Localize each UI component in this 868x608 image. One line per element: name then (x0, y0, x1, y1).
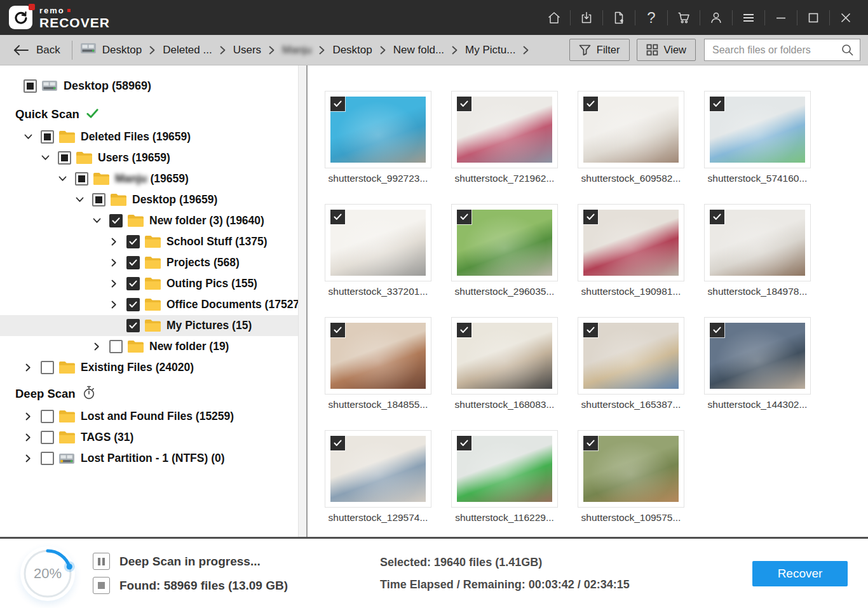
tree-checkbox[interactable] (126, 235, 140, 248)
breadcrumb-item-desktop[interactable]: Desktop (78, 41, 144, 59)
tree-checkbox[interactable] (41, 130, 54, 144)
expand-arrow-icon[interactable] (105, 238, 122, 246)
cart-icon[interactable] (668, 0, 700, 35)
pause-scan-button[interactable] (93, 553, 110, 570)
breadcrumb-item-users[interactable]: Users (231, 43, 264, 58)
expand-arrow-icon[interactable] (20, 363, 36, 372)
file-checkbox[interactable] (583, 323, 598, 337)
close-icon[interactable] (830, 0, 862, 35)
sidebar-scrollbar[interactable] (298, 65, 306, 537)
file-tile[interactable]: shutterstock_184978... (704, 204, 811, 297)
tree-checkbox[interactable] (109, 340, 123, 353)
help-icon[interactable]: ? (635, 0, 667, 35)
tree-checkbox[interactable] (24, 79, 37, 93)
file-tile[interactable]: shutterstock_574160... (704, 91, 811, 184)
expand-arrow-icon[interactable] (20, 454, 36, 463)
tree-checkbox[interactable] (126, 319, 140, 332)
tree-item-school-stuff[interactable]: School Stuff (1375) (0, 231, 306, 252)
account-icon[interactable] (700, 0, 732, 35)
tree-checkbox[interactable] (41, 361, 54, 374)
file-tile[interactable]: shutterstock_190981... (578, 204, 684, 297)
tree-checkbox[interactable] (58, 151, 71, 165)
recover-button[interactable]: Recover (752, 561, 848, 586)
tree-item-tags[interactable]: TAGS (31) (0, 427, 306, 448)
tree-checkbox[interactable] (126, 256, 140, 269)
file-checkbox[interactable] (710, 210, 724, 224)
collapse-arrow-icon[interactable] (88, 218, 105, 224)
file-checkbox[interactable] (457, 97, 471, 111)
tree-item-desktop[interactable]: Desktop (58969) (0, 73, 306, 98)
breadcrumb-item-deleted[interactable]: Deleted ... (160, 43, 215, 58)
collapse-arrow-icon[interactable] (37, 155, 53, 161)
file-tile[interactable]: shutterstock_337201... (325, 204, 431, 297)
expand-arrow-icon[interactable] (88, 342, 105, 351)
file-checkbox[interactable] (330, 97, 345, 111)
stop-scan-button[interactable] (93, 577, 110, 594)
search-input[interactable] (705, 44, 836, 57)
home-icon[interactable] (538, 0, 570, 35)
file-checkbox[interactable] (583, 436, 598, 450)
file-tile[interactable]: shutterstock_296035... (451, 204, 558, 297)
expand-arrow-icon[interactable] (20, 433, 36, 442)
expand-arrow-icon[interactable] (105, 280, 122, 288)
tree-item-lost-partition-1[interactable]: Lost Partition - 1 (NTFS) (0) (0, 448, 306, 469)
tree-item-desktop[interactable]: Desktop (19659) (0, 189, 306, 210)
breadcrumb-item-desktop[interactable]: Desktop (330, 43, 374, 58)
file-checkbox[interactable] (457, 323, 471, 337)
expand-arrow-icon[interactable] (105, 259, 122, 267)
file-checkbox[interactable] (583, 97, 598, 111)
tree-item-deleted-files[interactable]: Deleted Files (19659) (0, 126, 306, 147)
file-tile[interactable]: shutterstock_609582... (578, 91, 684, 184)
menu-icon[interactable] (733, 0, 764, 35)
back-button[interactable]: Back (6, 44, 67, 57)
open-session-icon[interactable] (603, 0, 635, 35)
tree-item-manju[interactable]: Manju (19659) (0, 168, 306, 189)
collapse-arrow-icon[interactable] (54, 176, 71, 182)
file-tile[interactable]: shutterstock_116229... (451, 430, 558, 524)
maximize-icon[interactable] (797, 0, 829, 35)
tree-checkbox[interactable] (41, 452, 54, 465)
collapse-arrow-icon[interactable] (71, 197, 88, 203)
tree-checkbox[interactable] (41, 431, 54, 444)
tree-item-new-folder[interactable]: New folder (3) (19640) (0, 210, 306, 231)
collapse-arrow-icon[interactable] (20, 134, 36, 140)
tree-checkbox[interactable] (41, 410, 54, 423)
tree-item-office-documents[interactable]: Office Documents (17527) (0, 294, 306, 315)
minimize-icon[interactable] (765, 0, 797, 35)
file-tile[interactable]: shutterstock_721962... (451, 91, 558, 184)
tree-checkbox[interactable] (109, 214, 123, 227)
tree-item-new-folder[interactable]: New folder (19) (0, 336, 306, 357)
file-tile[interactable]: shutterstock_184855... (325, 317, 431, 410)
breadcrumb-item-manju[interactable]: Manju (280, 43, 314, 58)
tree-item-users[interactable]: Users (19659) (0, 147, 306, 168)
tree-checkbox[interactable] (126, 298, 140, 311)
file-tile[interactable]: shutterstock_129574... (325, 430, 431, 524)
file-tile[interactable]: shutterstock_168083... (451, 317, 558, 410)
file-tile[interactable]: shutterstock_165387... (578, 317, 684, 410)
file-checkbox[interactable] (583, 210, 598, 224)
tree-item-projects[interactable]: Projects (568) (0, 252, 306, 273)
file-tile[interactable]: shutterstock_109575... (578, 430, 684, 524)
file-checkbox[interactable] (710, 323, 724, 337)
file-checkbox[interactable] (457, 210, 471, 224)
file-checkbox[interactable] (330, 323, 345, 337)
tree-item-lost-and-found-files[interactable]: Lost and Found Files (15259) (0, 406, 306, 427)
tree-item-outing-pics[interactable]: Outing Pics (155) (0, 273, 306, 294)
expand-arrow-icon[interactable] (20, 412, 36, 421)
save-session-icon[interactable] (571, 0, 602, 35)
expand-arrow-icon[interactable] (105, 301, 122, 309)
search-icon[interactable] (836, 43, 860, 57)
file-checkbox[interactable] (710, 97, 724, 111)
tree-item-existing-files[interactable]: Existing Files (24020) (0, 357, 306, 378)
breadcrumb-item-new-fold[interactable]: New fold... (391, 43, 447, 58)
tree-item-my-pictures[interactable]: My Pictures (15) (0, 315, 306, 336)
search-box[interactable] (704, 39, 860, 61)
view-button[interactable]: View (637, 39, 696, 61)
file-checkbox[interactable] (330, 210, 345, 224)
file-tile[interactable]: shutterstock_144302... (704, 317, 811, 410)
breadcrumb-item-my-pictu[interactable]: My Pictu... (463, 43, 518, 58)
file-tile[interactable]: shutterstock_992723... (325, 91, 431, 184)
tree-checkbox[interactable] (92, 193, 105, 206)
tree-checkbox[interactable] (126, 277, 140, 290)
file-checkbox[interactable] (330, 436, 345, 450)
